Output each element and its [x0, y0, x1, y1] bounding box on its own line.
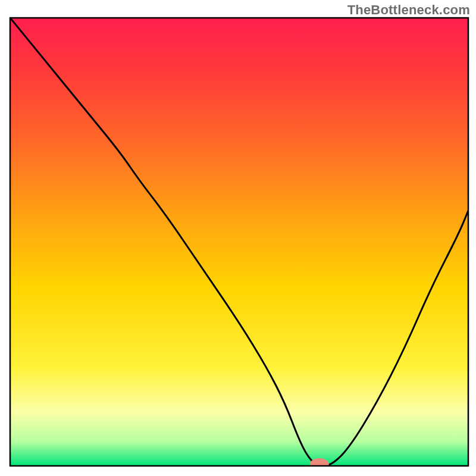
plot-area — [10, 18, 468, 470]
watermark-text: TheBottleneck.com — [347, 2, 470, 18]
bottleneck-chart — [0, 0, 476, 476]
heatmap-background — [10, 18, 468, 466]
chart-stage: TheBottleneck.com — [0, 0, 476, 476]
optimal-marker — [310, 458, 329, 470]
